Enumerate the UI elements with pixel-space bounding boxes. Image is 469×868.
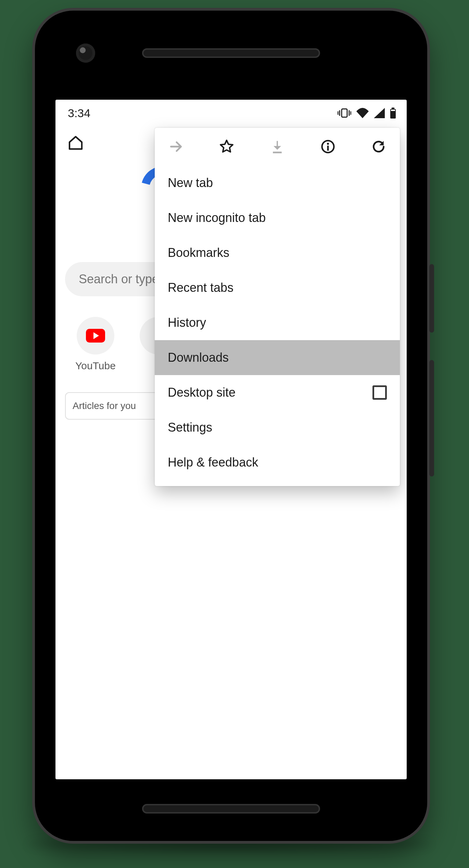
power-button (429, 264, 434, 333)
menu-icon-row (155, 128, 400, 165)
vibrate-icon (338, 108, 351, 119)
articles-label: Articles for you (73, 400, 136, 411)
svg-rect-11 (327, 146, 329, 151)
menu-label: Settings (168, 420, 212, 435)
menu-label: Help & feedback (168, 455, 258, 470)
status-time: 3:34 (68, 107, 90, 120)
menu-item-help-feedback[interactable]: Help & feedback (155, 445, 400, 480)
home-button[interactable] (66, 133, 86, 153)
menu-label: Downloads (168, 350, 229, 365)
svg-rect-8 (273, 152, 282, 153)
menu-label: Bookmarks (168, 246, 229, 260)
shortcut-label: YouTube (75, 360, 116, 372)
cellular-icon (374, 108, 385, 118)
youtube-icon (77, 317, 114, 355)
reload-icon[interactable] (369, 137, 388, 156)
phone-frame: 3:34 (32, 8, 430, 844)
desktop-site-checkbox[interactable] (372, 385, 387, 400)
menu-label: Desktop site (168, 385, 236, 400)
svg-point-10 (327, 143, 329, 145)
bottom-speaker (142, 804, 320, 814)
volume-rocker (429, 360, 434, 476)
menu-label: Recent tabs (168, 281, 233, 295)
menu-item-new-tab[interactable]: New tab (155, 165, 400, 200)
device-screen: 3:34 (55, 100, 407, 779)
menu-item-settings[interactable]: Settings (155, 410, 400, 445)
svg-rect-7 (391, 110, 395, 111)
forward-icon[interactable] (166, 137, 186, 156)
svg-rect-0 (342, 109, 347, 117)
bookmark-star-icon[interactable] (217, 137, 236, 156)
menu-items: New tab New incognito tab Bookmarks Rece… (155, 165, 400, 486)
battery-icon (390, 108, 396, 119)
search-placeholder: Search or type (79, 272, 159, 286)
menu-item-desktop-site[interactable]: Desktop site (155, 375, 400, 410)
download-icon[interactable] (268, 137, 287, 156)
status-icons (338, 108, 396, 119)
status-bar: 3:34 (55, 100, 407, 126)
earpiece-speaker (142, 48, 320, 58)
menu-item-new-incognito-tab[interactable]: New incognito tab (155, 200, 400, 235)
svg-rect-6 (392, 108, 394, 109)
articles-card[interactable]: Articles for you (65, 392, 161, 420)
menu-label: History (168, 315, 206, 330)
front-camera (76, 44, 95, 63)
wifi-icon (356, 108, 369, 118)
shortcut-youtube[interactable]: YouTube (75, 317, 116, 372)
menu-item-recent-tabs[interactable]: Recent tabs (155, 270, 400, 305)
menu-label: New incognito tab (168, 211, 266, 225)
overflow-menu: New tab New incognito tab Bookmarks Rece… (155, 128, 400, 486)
menu-label: New tab (168, 176, 213, 190)
menu-item-bookmarks[interactable]: Bookmarks (155, 235, 400, 270)
info-icon[interactable] (318, 137, 338, 156)
menu-item-downloads[interactable]: Downloads (155, 340, 400, 375)
menu-item-history[interactable]: History (155, 305, 400, 340)
